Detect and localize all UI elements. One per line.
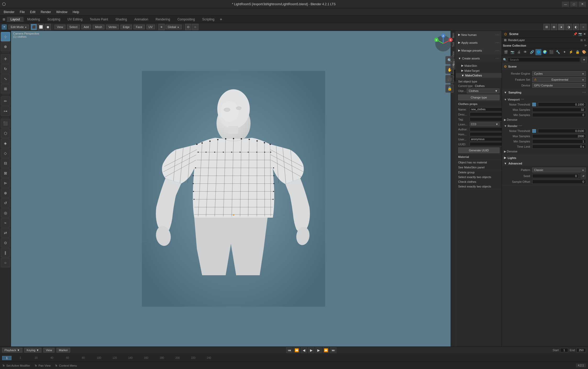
cursor-btn[interactable]: ⊕ <box>1 42 10 51</box>
create-assets-header[interactable]: ▼ Create assets ⋯ <box>456 54 502 62</box>
sc-icon-filter[interactable]: ⊳ <box>585 44 587 47</box>
hom-input[interactable] <box>470 132 502 136</box>
playback-menu-btn[interactable]: Playback ▼ <box>2 348 22 353</box>
tab-sculpting[interactable]: Sculpting <box>44 17 64 22</box>
tab-rendering[interactable]: Rendering <box>152 17 174 22</box>
new-human-header[interactable]: ▶ New human ⋯ <box>456 31 502 38</box>
view-timeline-btn[interactable]: View <box>43 348 54 353</box>
viewport[interactable]: Camera Perspective (1) clothes <box>11 31 456 346</box>
check-clothes-row[interactable]: Check clothes <box>456 179 502 184</box>
smooth-btn[interactable]: ◎ <box>1 208 10 218</box>
desc-input[interactable] <box>470 112 502 116</box>
uv-menu-btn[interactable]: UV <box>146 25 155 29</box>
tab-scripting[interactable]: Scripting <box>198 17 218 22</box>
next-keyframe-btn[interactable]: ▶ <box>315 347 322 353</box>
randomize-btn[interactable]: ≈ <box>1 218 10 228</box>
props-object-btn[interactable]: ⬛ <box>548 49 554 55</box>
add-workspace-button[interactable]: + <box>218 16 224 22</box>
vertex-select-btn[interactable]: ⬛ <box>31 24 37 30</box>
camera-icon[interactable]: 📷 <box>578 32 582 36</box>
tab-compositing[interactable]: Compositing <box>174 17 199 22</box>
face-menu-btn[interactable]: Face <box>134 25 145 29</box>
inset-btn[interactable]: ◈ <box>1 139 10 148</box>
menu-file[interactable]: File <box>17 10 27 14</box>
global-transform-dropdown[interactable]: Global <box>165 25 182 29</box>
bevel-btn[interactable]: ◇ <box>1 148 10 158</box>
change-type-btn[interactable]: Change type <box>458 95 500 100</box>
uuid-input[interactable] <box>470 142 502 146</box>
advanced-header[interactable]: ▼ Advanced <box>502 161 588 166</box>
render-engine-dropdown[interactable]: Cycles <box>532 71 586 76</box>
proportional-edit-icon[interactable]: ○ <box>192 24 198 30</box>
end-frame-value[interactable]: 250 <box>576 348 586 352</box>
props-scene-active-btn[interactable]: 🌐 <box>535 49 541 55</box>
overlay-icon[interactable]: ⊞ <box>543 24 550 30</box>
edge-menu-btn[interactable]: Edge <box>120 25 132 29</box>
lights-header[interactable]: ▶ Lights <box>502 155 588 161</box>
props-material-btn[interactable]: 🎨 <box>581 49 587 55</box>
current-frame-display[interactable]: 1 <box>2 356 12 360</box>
sampling-header[interactable]: ▼ Sampling ⋯ <box>502 89 588 96</box>
zoom-in-btn[interactable]: 🔍 <box>445 56 454 64</box>
vertex-menu-btn[interactable]: Vertex <box>106 25 119 29</box>
set-object-type-row[interactable]: Set object type <box>456 79 502 84</box>
author-input[interactable] <box>470 127 502 131</box>
tab-animation[interactable]: Animation <box>131 17 152 22</box>
pan-btn[interactable]: ✋ <box>445 65 454 74</box>
props-modifier-btn[interactable]: 🔧 <box>555 49 561 55</box>
props-constraints-btn[interactable]: 🔒 <box>574 49 580 55</box>
generate-uuid-btn[interactable]: Generate UUID <box>458 147 500 153</box>
feature-set-dropdown[interactable]: ⚠ Experimental <box>532 77 586 82</box>
snap-icon[interactable]: ⊙ <box>185 24 191 30</box>
viewport-dots[interactable]: ⋯ <box>520 97 524 101</box>
loop-cut-btn[interactable]: ⊟ <box>1 158 10 168</box>
viewport-shading-wireframe[interactable]: ○ <box>580 24 586 30</box>
view-menu-btn[interactable]: View <box>54 25 65 29</box>
edge-slide-btn[interactable]: ⇄ <box>1 228 10 238</box>
menu-edit[interactable]: Edit <box>27 10 38 14</box>
apply-assets-header[interactable]: ▶ Apply assets ⋯ <box>456 39 502 46</box>
menu-blender[interactable]: Blender <box>1 10 17 14</box>
make-target-row[interactable]: ▶ MakeTarget <box>456 68 502 73</box>
edge-select-btn[interactable]: ⬜ <box>38 24 44 30</box>
device-dropdown[interactable]: GPU Compute <box>532 83 586 88</box>
viewport-shading-rendered[interactable]: ◐ <box>573 24 579 30</box>
viewport-shading-material[interactable]: ◑ <box>565 24 572 30</box>
see-makeskin-row[interactable]: See MakeSkin panel <box>456 165 502 170</box>
viewport-shading-solid[interactable]: ● <box>558 24 564 30</box>
props-search-input[interactable] <box>508 57 580 62</box>
tab-texture-paint[interactable]: Texture Paint <box>86 17 112 22</box>
pin-icon[interactable]: 📌 <box>573 32 577 36</box>
jump-start-btn[interactable]: ⏮ <box>286 347 292 353</box>
scene-section-header[interactable]: ⊙ Scene <box>502 64 588 69</box>
next-frame-btn[interactable]: ⏩ <box>323 347 329 353</box>
name-input[interactable] <box>470 107 502 111</box>
props-view-btn[interactable]: 👁 <box>523 49 529 55</box>
keying-menu-btn[interactable]: Keying ▼ <box>24 348 42 353</box>
mesh-menu-btn[interactable]: Mesh <box>93 25 104 29</box>
start-frame-value[interactable]: 1 <box>560 348 568 352</box>
close-button[interactable]: ✕ <box>579 2 586 7</box>
menu-window[interactable]: Window <box>54 10 70 14</box>
menu-render[interactable]: Render <box>38 10 53 14</box>
offset-edge-btn[interactable]: ⊠ <box>1 168 10 178</box>
add-cube-btn[interactable]: ⬛ <box>1 119 10 128</box>
props-scene-btn[interactable]: 🎬 <box>503 49 509 55</box>
minimize-button[interactable]: — <box>562 2 569 7</box>
props-particles-btn[interactable]: ✦ <box>562 49 568 55</box>
gizmo-icon[interactable]: ⊕ <box>551 24 557 30</box>
poly-build-btn[interactable]: ⊕ <box>1 188 10 198</box>
props-render-btn[interactable]: 📷 <box>509 49 515 55</box>
tab-layout[interactable]: Layout <box>7 17 24 22</box>
to-sphere-btn[interactable]: ○ <box>1 258 10 267</box>
sampling-dots[interactable]: ⋯ <box>582 90 586 95</box>
lock-btn[interactable]: 🔒 <box>445 84 454 93</box>
seed-reset-btn[interactable]: ↺ <box>581 173 586 179</box>
spin-btn[interactable]: ↺ <box>1 198 10 208</box>
props-physics-btn[interactable]: ⚡ <box>568 49 574 55</box>
noise-thresh-render-checkbox[interactable] <box>532 129 536 133</box>
maximize-button[interactable]: □ <box>570 2 578 7</box>
face-select-btn[interactable]: ◼ <box>45 24 51 30</box>
make-skin-row[interactable]: ▶ MakeSkin <box>456 63 502 68</box>
make-clothes-row[interactable]: ▼ MakeClothes <box>456 73 502 78</box>
